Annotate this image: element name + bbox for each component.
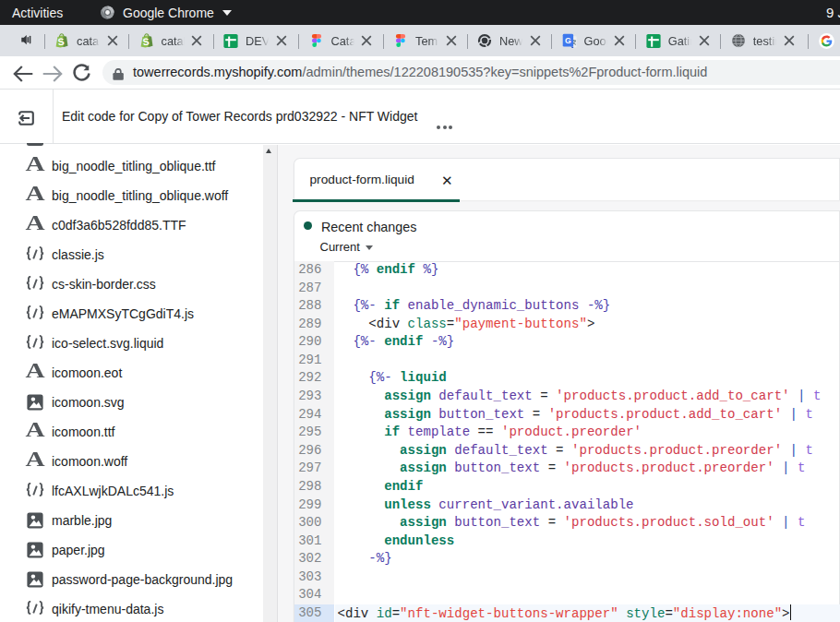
- svg-text:S: S: [141, 35, 149, 47]
- svg-text:S: S: [57, 35, 65, 47]
- svg-text:G: G: [564, 36, 570, 45]
